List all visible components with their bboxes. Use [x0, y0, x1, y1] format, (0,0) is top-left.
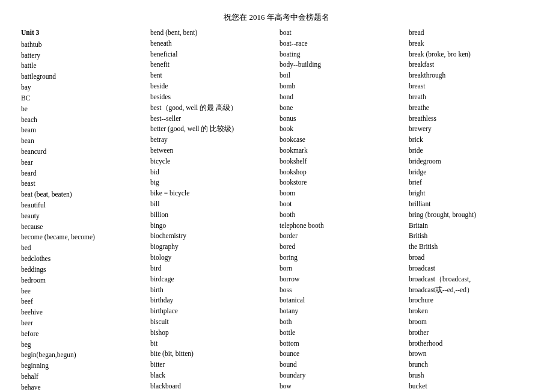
word-item: boat [280, 28, 403, 38]
word-item: better (good, well 的 比较级) [150, 124, 273, 135]
word-item: bonus [280, 114, 403, 124]
word-item: boot [280, 199, 403, 210]
column-header: Unit 3 [21, 28, 144, 38]
word-item: bird [150, 263, 273, 274]
word-item: birthday [150, 295, 273, 306]
word-item: behave [21, 382, 144, 392]
word-item: border [280, 231, 403, 242]
word-item: bite (bit, bitten) [150, 349, 273, 360]
word-item: breakfast [409, 60, 532, 70]
word-item: boring [280, 253, 403, 263]
word-item: broom [409, 317, 532, 328]
word-item: brewery [409, 124, 532, 135]
word-item: broadcast [409, 263, 532, 274]
word-item: behalf [21, 372, 144, 382]
word-item: beneficial [150, 49, 273, 60]
word-item: bit [150, 338, 273, 349]
word-item: brown [409, 349, 532, 360]
word-item: breast [409, 81, 532, 92]
word-item: beam [21, 125, 144, 136]
word-item: beat (beat, beaten) [21, 189, 144, 200]
word-item: bridge [409, 167, 532, 178]
word-item: biochemistry [150, 231, 273, 242]
word-item: bomb [280, 81, 403, 92]
word-item: beg [21, 340, 144, 351]
word-item: boil [280, 70, 403, 81]
word-item: bookstore [280, 177, 403, 188]
word-item: bathtub [21, 40, 144, 51]
word-item: bone [280, 103, 403, 114]
word-item: beehive [21, 307, 144, 318]
word-item: bounce [280, 349, 403, 360]
word-item: bottom [280, 338, 403, 349]
word-item: bingo [150, 221, 273, 231]
word-item: bike = bicycle [150, 188, 273, 199]
word-item: bay [21, 82, 144, 93]
word-item: bread [409, 28, 532, 38]
word-item: beancurd [21, 147, 144, 158]
word-item: bedclothes [21, 254, 144, 265]
word-item: bound [280, 360, 403, 370]
word-item: bookshop [280, 167, 403, 178]
word-item: born [280, 263, 403, 274]
word-item: begin(began,begun) [21, 350, 144, 361]
word-item: blackboard [150, 381, 273, 392]
word-item: breath [409, 92, 532, 103]
word-item: bright [409, 188, 532, 199]
word-item: bill [150, 199, 273, 210]
word-item: bookshelf [280, 156, 403, 167]
word-item: breakthrough [409, 70, 532, 81]
word-item: biography [150, 242, 273, 253]
word-item: because [21, 222, 144, 233]
word-item: brunch [409, 360, 532, 370]
word-item: bring (brought, brought) [409, 210, 532, 221]
word-item: battery [21, 51, 144, 61]
word-item: bend (bent, bent) [150, 28, 273, 38]
word-item: bond [280, 92, 403, 103]
word-item: bicycle [150, 156, 273, 167]
word-item: boss [280, 285, 403, 296]
word-item: botanical [280, 295, 403, 306]
word-item: best--seller [150, 114, 273, 124]
word-item: brick [409, 135, 532, 145]
word-item: break (broke, bro ken) [409, 49, 532, 60]
word-item: brother [409, 328, 532, 338]
column-0: Unit 3bathtubbatterybattlebattlegroundba… [18, 28, 147, 392]
word-item: botany [280, 306, 403, 317]
column-3: breadbreakbreak (broke, bro ken)breakfas… [406, 28, 535, 392]
word-item: best（good, well 的最 高级） [150, 103, 273, 114]
word-item: beard [21, 168, 144, 179]
word-item: British [409, 231, 532, 242]
word-item: borrow [280, 274, 403, 285]
word-item: BC [21, 93, 144, 104]
word-item: brotherhood [409, 338, 532, 349]
word-item: bear [21, 158, 144, 168]
word-item: boom [280, 188, 403, 199]
word-item: bitter [150, 360, 273, 370]
word-item: beddings [21, 265, 144, 275]
word-item: bookmark [280, 145, 403, 156]
word-item: beginning [21, 361, 144, 372]
word-item: body--building [280, 60, 403, 70]
word-item: birthplace [150, 306, 273, 317]
word-item: breathe [409, 103, 532, 114]
word-item: bedroom [21, 275, 144, 286]
word-item: betray [150, 135, 273, 145]
word-item: bucket [409, 381, 532, 392]
word-item: bean [21, 136, 144, 147]
word-item: bow [280, 381, 403, 392]
word-item: boundary [280, 370, 403, 381]
page-title: 祝您在 2016 年高考中金榜题名 [18, 12, 535, 23]
word-item: birdcage [150, 274, 273, 285]
word-item: book [280, 124, 403, 135]
content-area: Unit 3bathtubbatterybattlebattlegroundba… [18, 28, 535, 392]
word-item: boat--race [280, 38, 403, 49]
word-item: bee [21, 286, 144, 297]
word-item: besides [150, 92, 273, 103]
word-item: break [409, 38, 532, 49]
word-item: be [21, 104, 144, 115]
word-item: billion [150, 210, 273, 221]
word-item: broadcast（broadcast, [409, 274, 532, 285]
word-item: bored [280, 242, 403, 253]
column-2: boatboat--raceboatingbody--buildingboilb… [276, 28, 406, 392]
